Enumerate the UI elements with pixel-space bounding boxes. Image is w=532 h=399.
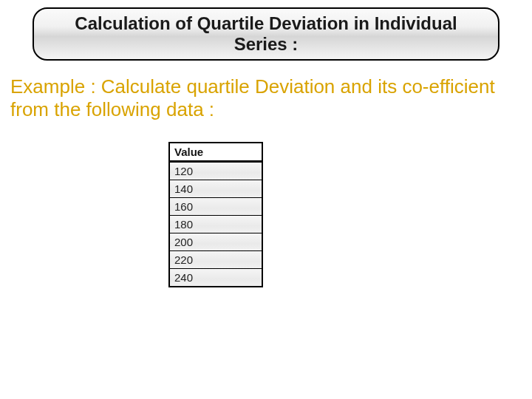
table-row: 220: [170, 250, 262, 268]
table-row: 160: [170, 197, 262, 215]
page-title: Calculation of Quartile Deviation in Ind…: [49, 13, 483, 54]
example-text: Example : Calculate quartile Deviation a…: [10, 75, 517, 120]
title-banner: Calculation of Quartile Deviation in Ind…: [33, 7, 499, 61]
table-row: 200: [170, 233, 262, 250]
value-table: Value 120 140 160 180 200 220 240: [168, 142, 263, 287]
table-row: 180: [170, 215, 262, 233]
table-row: 120: [170, 162, 262, 180]
table-row: 140: [170, 180, 262, 197]
table-header: Value: [170, 143, 262, 162]
table-row: 240: [170, 268, 262, 286]
